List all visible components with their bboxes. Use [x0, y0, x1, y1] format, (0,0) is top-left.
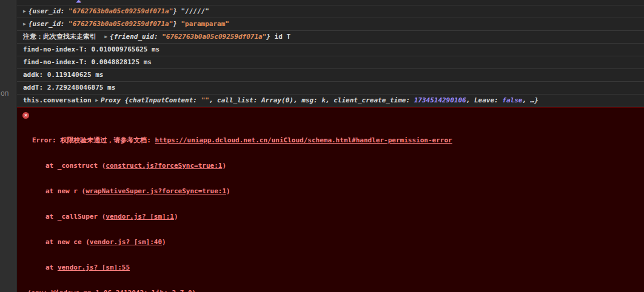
log-row-timing: addk: 0.119140625 ms	[17, 69, 644, 82]
proxy-number: 1734514290106	[414, 96, 466, 104]
stack-frame-text: at new ce (	[45, 238, 90, 246]
log-row-user-id-1: ▶{user_id: "6762763b0a05c09259df071a"} "…	[17, 5, 644, 18]
log-row-conversation: this.conversation ▶Proxy {chatInputConte…	[17, 95, 644, 107]
stack-frame-text: )	[222, 162, 226, 170]
proxy-string: ""	[201, 96, 209, 104]
stack-frame-text: at _construct (	[45, 162, 106, 170]
proxy-preview: , …}	[522, 96, 538, 104]
object-preview-string: "6762763b0a05c09259df071a"	[69, 7, 173, 15]
expand-triangle-icon[interactable]: ▶	[104, 31, 107, 43]
timing-text: addT: 2.729248046875 ms	[23, 84, 115, 91]
stack-source-link[interactable]: wrapNativeSuper.js?forceSync=true:1	[86, 187, 226, 195]
notice-text: 注意：此次查找未走索引	[23, 33, 104, 41]
expand-triangle-icon[interactable]: ▶	[95, 95, 98, 107]
clipped-link-number[interactable]: 1	[76, 0, 81, 3]
stack-frame: at new ce (vendor.js? [sm]:40)	[45, 238, 644, 247]
log-row-timing: addT: 2.729248046875 ms	[17, 82, 644, 95]
stack-source-link[interactable]: vendor.js? [sm]:1	[106, 213, 174, 221]
log-row-timing: find-no-index-T: 0.0048828125 ms	[17, 56, 644, 69]
timing-text: find-no-index-T: 0.0048828125 ms	[23, 58, 152, 66]
notice-suffix: id T	[275, 33, 291, 41]
proxy-preview: Proxy {chatInputContent:	[101, 96, 201, 104]
log-row-clipped: 1	[17, 0, 644, 5]
stack-source-link[interactable]: construct.js?forceSync=true:1	[106, 162, 222, 170]
stack-frame: at _callSuper (vendor.js? [sm]:1)	[45, 213, 644, 221]
log-row-notice: 注意：此次查找未走索引 ▶{friend_uid: "6762763b0a05c…	[17, 31, 644, 44]
stack-frame-text: at	[45, 264, 58, 271]
conversation-label: this.conversation	[23, 96, 95, 104]
error-doc-link[interactable]: https://uniapp.dcloud.net.cn/uniCloud/sc…	[155, 136, 452, 144]
devtools-console: { "rail": { "label": "on" }, "top_clip":…	[0, 0, 644, 292]
log-row-user-id-2: ▶{user_id: "6762763b0a05c09259df071a"} "…	[17, 18, 644, 31]
proxy-preview: , Leave:	[466, 96, 503, 104]
stack-frame-text: )	[162, 238, 166, 246]
object-preview-open: {user_id:	[29, 20, 69, 28]
log-string-arg: "/////"	[181, 7, 209, 15]
proxy-boolean: false	[502, 96, 522, 104]
stack-source-link[interactable]: vendor.js? [sm]:55	[58, 264, 130, 271]
console-log-area: 1 ▶{user_id: "6762763b0a05c09259df071a"}…	[17, 0, 644, 292]
error-env-line: (env: Windows,mp,1.06.2412042; lib: 3.7.…	[27, 289, 644, 292]
object-preview-open: {friend_uid:	[110, 33, 162, 41]
stack-frame-text: )	[226, 187, 230, 195]
object-preview-close: }	[266, 33, 274, 41]
rail-clipped-label: on	[1, 89, 8, 98]
object-preview-close: }	[173, 7, 181, 15]
error-icon: ✕	[22, 112, 29, 119]
error-message-line: Error: 权限校验未通过，请参考文档: https://uniapp.dcl…	[32, 136, 644, 145]
timing-text: find-no-index-T: 0.010009765625 ms	[23, 45, 159, 53]
stack-source-link[interactable]: vendor.js? [sm]:40	[90, 238, 162, 246]
stack-frame-text: at new r (	[45, 187, 86, 195]
proxy-preview: , call_list: Array(0), msg: k, client_cr…	[209, 96, 414, 104]
object-preview-string: "6762763b0a05c09259df071a"	[69, 20, 173, 28]
log-string-arg: "paramparam"	[181, 20, 229, 28]
stack-frame: at new r (wrapNativeSuper.js?forceSync=t…	[45, 187, 644, 196]
stack-frame-text: )	[174, 213, 178, 221]
error-message: Error: 权限校验未通过，请参考文档:	[32, 136, 155, 144]
stack-frame: at vendor.js? [sm]:55	[45, 264, 644, 272]
expand-triangle-icon[interactable]: ▶	[23, 5, 26, 18]
stack-frame-text: at _callSuper (	[45, 213, 106, 221]
log-row-timing: find-no-index-T: 0.010009765625 ms	[17, 44, 644, 56]
left-rail: on	[0, 0, 16, 292]
object-preview-close: }	[173, 20, 181, 28]
timing-text: addk: 0.119140625 ms	[23, 71, 103, 79]
stack-frame: at _construct (construct.js?forceSync=tr…	[45, 162, 644, 170]
object-preview-string: "6762763b0a05c09259df071a"	[162, 33, 266, 41]
expand-triangle-icon[interactable]: ▶	[23, 18, 26, 30]
error-log-block: ✕ Error: 权限校验未通过，请参考文档: https://uniapp.d…	[17, 107, 644, 292]
object-preview-open: {user_id:	[29, 7, 69, 15]
